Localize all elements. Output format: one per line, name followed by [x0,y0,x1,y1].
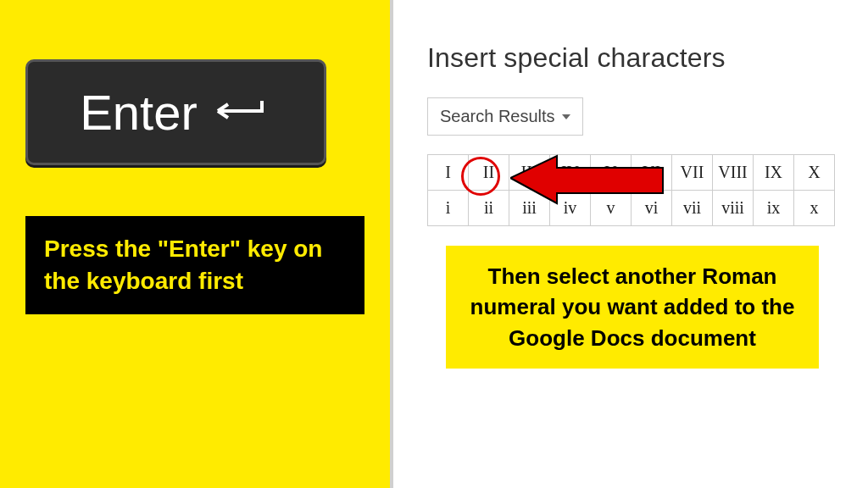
char-cell[interactable]: III [509,155,550,191]
enter-key-label: Enter [80,84,198,141]
char-cell[interactable]: VI [632,155,672,191]
char-cell[interactable]: VII [672,155,713,191]
dropdown-label: Search Results [440,107,555,126]
instruction-left-text: Press the "Enter" key on the keyboard fi… [44,236,322,294]
char-cell[interactable]: x [794,191,835,226]
caret-down-icon [562,114,570,119]
char-cell[interactable]: X [794,155,835,191]
search-results-dropdown[interactable]: Search Results [427,97,583,136]
char-cell[interactable]: iii [509,191,550,226]
table-row: I II III IV V VI VII VIII IX X [428,155,835,191]
char-cell[interactable]: iv [550,191,591,226]
instruction-right-text: Then select another Roman numeral you wa… [470,263,795,351]
instruction-right: Then select another Roman numeral you wa… [446,246,819,369]
char-cell[interactable]: II [469,155,509,191]
char-cell[interactable]: vi [632,191,672,226]
dialog-title: Insert special characters [427,42,860,74]
enter-arrow-icon [213,93,272,132]
char-cell[interactable]: i [428,191,469,226]
left-panel: Enter Press the "Enter" key on the keybo… [0,0,390,488]
char-cell[interactable]: ix [754,191,794,226]
instruction-left: Press the "Enter" key on the keyboard fi… [25,216,364,314]
char-cell[interactable]: I [428,155,469,191]
char-cell[interactable]: viii [713,191,754,226]
character-grid: I II III IV V VI VII VIII IX X i ii iii … [427,154,835,226]
char-cell[interactable]: IV [550,155,591,191]
char-cell[interactable]: VIII [713,155,754,191]
char-cell[interactable]: IX [754,155,794,191]
char-cell[interactable]: v [591,191,632,226]
right-panel: Insert special characters Search Results… [393,0,868,488]
enter-key: Enter [25,59,326,165]
char-cell[interactable]: ii [469,191,509,226]
char-cell[interactable]: vii [672,191,713,226]
char-cell[interactable]: V [591,155,632,191]
table-row: i ii iii iv v vi vii viii ix x [428,191,835,226]
